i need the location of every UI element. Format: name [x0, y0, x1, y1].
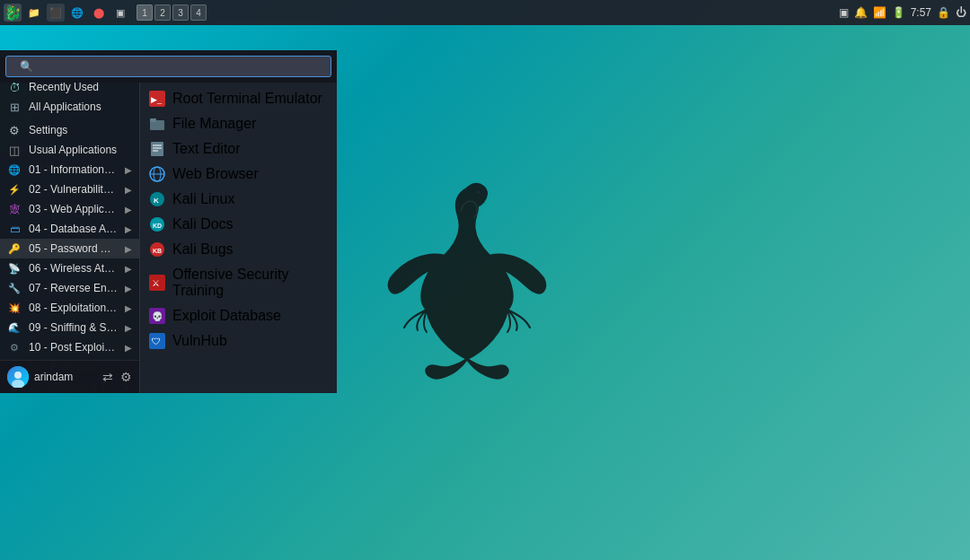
menu-item-settings[interactable]: ⚙ Settings [0, 120, 139, 140]
web-browser-icon [149, 166, 165, 182]
info-gathering-arrow: ▶ [125, 165, 132, 175]
sub-item-text-editor[interactable]: Text Editor [140, 136, 337, 162]
battery-taskbar-icon[interactable]: 🔋 [892, 6, 905, 19]
menu-item-all-applications[interactable]: ⊞ All Applications [0, 97, 139, 117]
sub-item-exploit-db[interactable]: 💀 Exploit Database [140, 303, 337, 328]
root-terminal-icon: ▶_ [149, 91, 165, 107]
bell-taskbar-icon[interactable]: 🔔 [854, 6, 868, 19]
vulnhub-icon: 🛡 [149, 333, 165, 349]
wireless-arrow: ▶ [125, 264, 132, 274]
sniffing-icon: 🌊 [7, 320, 22, 335]
taskbar: 🐉 📁 ⬛ 🌐 ⬤ ▣ 1 2 3 4 ▣ 🔔 📶 🔋 7:57 🔒 ⏻ [0, 0, 970, 25]
offsec-training-label: Offensive Security Training [172, 267, 328, 299]
text-editor-icon [149, 141, 165, 157]
power-taskbar-icon[interactable]: ⏻ [956, 6, 966, 19]
menu-item-vuln-analysis[interactable]: ⚡ 02 - Vulnerability Analysis ▶ [0, 179, 139, 199]
kali-menu-icon[interactable]: 🐉 [4, 4, 22, 22]
sniffing-arrow: ▶ [125, 323, 132, 333]
svg-text:KD: KD [153, 223, 162, 229]
all-apps-icon: ⊞ [7, 100, 22, 114]
menu-body: ★ Favorites ⏱ Recently Used ⊞ All Applic… [0, 57, 337, 393]
sniffing-label: 09 - Sniffing & Spoofing [29, 321, 118, 334]
svg-text:🛡: 🛡 [152, 337, 161, 346]
svg-text:▶_: ▶_ [151, 95, 163, 104]
svg-point-27 [14, 372, 22, 379]
workspace-4[interactable]: 4 [190, 4, 207, 21]
post-exploit-arrow: ▶ [125, 343, 132, 353]
network-taskbar-icon[interactable]: 📶 [873, 6, 886, 19]
menu-item-wireless[interactable]: 📡 06 - Wireless Attacks ▶ [0, 258, 139, 278]
workspace-1[interactable]: 1 [137, 4, 153, 21]
svg-rect-7 [151, 142, 163, 156]
workspace-2[interactable]: 2 [154, 4, 171, 21]
display-taskbar-icon[interactable]: ▣ [839, 6, 849, 19]
menu-item-info-gathering[interactable]: 🌐 01 - Information Gathering ▶ [0, 160, 139, 179]
sub-item-kali-bugs[interactable]: KB Kali Bugs [140, 237, 337, 262]
sub-item-kali-docs[interactable]: KD Kali Docs [140, 212, 337, 237]
sub-item-web-browser[interactable]: Web Browser [140, 162, 337, 187]
workspace-switcher: 1 2 3 4 [137, 4, 207, 21]
password-label: 05 - Password Attacks [29, 242, 118, 255]
wireless-label: 06 - Wireless Attacks [29, 262, 118, 275]
kali-bugs-icon: KB [149, 241, 165, 258]
database-label: 04 - Database Assessment [29, 223, 118, 235]
database-icon: 🗃 [7, 222, 22, 236]
info-gathering-icon: 🌐 [7, 162, 22, 177]
settings-label: Settings [29, 124, 132, 136]
menu-item-exploit-tools[interactable]: 💥 08 - Exploitation Tools ▶ [0, 298, 139, 318]
usual-apps-label: Usual Applications [29, 144, 132, 156]
menu-item-sniffing[interactable]: 🌊 09 - Sniffing & Spoofing ▶ [0, 318, 139, 337]
kali-taskbar-icon[interactable]: ⬤ [90, 4, 108, 22]
file-manager-icon [149, 116, 165, 132]
exploit-tools-icon: 💥 [7, 301, 22, 315]
left-panel: ★ Favorites ⏱ Recently Used ⊞ All Applic… [0, 57, 139, 393]
search-wrap: 🔍 [5, 56, 331, 77]
svg-text:K: K [154, 197, 159, 205]
info-gathering-label: 01 - Information Gathering [29, 163, 118, 176]
workspace-3[interactable]: 3 [172, 4, 189, 21]
reverse-eng-label: 07 - Reverse Engineering [29, 282, 118, 294]
menu-item-usual-apps[interactable]: ◫ Usual Applications [0, 140, 139, 160]
menu-item-database[interactable]: 🗃 04 - Database Assessment ▶ [0, 219, 139, 239]
wireless-icon: 📡 [7, 261, 22, 276]
password-arrow: ▶ [125, 244, 132, 254]
menu-item-post-exploit[interactable]: ⚙ 10 - Post Exploitation ▶ [0, 337, 139, 357]
username-label: arindam [34, 371, 97, 383]
sub-item-vulnhub[interactable]: 🛡 VulnHub [140, 328, 337, 354]
taskbar-right: ▣ 🔔 📶 🔋 7:57 🔒 ⏻ [839, 6, 966, 19]
web-app-arrow: ▶ [125, 205, 132, 214]
sub-item-file-manager[interactable]: File Manager [140, 111, 337, 136]
post-exploit-label: 10 - Post Exploitation [29, 341, 118, 354]
sub-item-kali-linux[interactable]: K Kali Linux [140, 187, 337, 212]
kali-bugs-label: Kali Bugs [172, 241, 234, 258]
vuln-analysis-arrow: ▶ [125, 185, 132, 195]
svg-text:💀: 💀 [152, 311, 163, 322]
menu-item-web-app[interactable]: 🕸 03 - Web Application Analysis ▶ [0, 199, 139, 219]
offsec-training-icon: ⚔ [149, 275, 165, 291]
root-terminal-label: Root Terminal Emulator [172, 91, 322, 107]
file-manager-taskbar-icon[interactable]: 📁 [25, 4, 43, 22]
vuln-analysis-icon: ⚡ [7, 182, 22, 197]
kali-docs-icon: KD [149, 216, 165, 232]
sub-item-offsec-training[interactable]: ⚔ Offensive Security Training [140, 262, 337, 303]
app-menu: 🔍 ★ Favorites ⏱ Recently Used ⊞ All Appl… [0, 25, 337, 393]
kali-linux-icon: K [149, 191, 165, 207]
exploit-db-icon: 💀 [149, 308, 165, 324]
search-input[interactable] [5, 56, 331, 77]
vulnhub-label: VulnHub [172, 333, 227, 349]
power-settings-button[interactable]: ⚙ [120, 370, 132, 384]
switch-user-button[interactable]: ⇄ [102, 370, 113, 384]
clock: 7:57 [911, 6, 931, 19]
lock-taskbar-icon[interactable]: 🔒 [937, 6, 950, 19]
more-taskbar-icon[interactable]: ▣ [111, 4, 129, 22]
menu-item-reverse-eng[interactable]: 🔧 07 - Reverse Engineering ▶ [0, 278, 139, 298]
terminal-taskbar-icon[interactable]: ⬛ [47, 4, 65, 22]
browser-taskbar-icon[interactable]: 🌐 [68, 4, 86, 22]
usual-apps-icon: ◫ [7, 143, 22, 157]
right-panel: ▶_ Terminal Emulator ▶_ Root Terminal Em… [139, 57, 337, 393]
search-container: 🔍 [0, 50, 337, 83]
menu-item-password-attacks[interactable]: 🔑 05 - Password Attacks ▶ [0, 239, 139, 258]
settings-icon: ⚙ [7, 123, 22, 137]
database-arrow: ▶ [125, 224, 132, 234]
sub-item-root-terminal[interactable]: ▶_ Root Terminal Emulator [140, 86, 337, 111]
